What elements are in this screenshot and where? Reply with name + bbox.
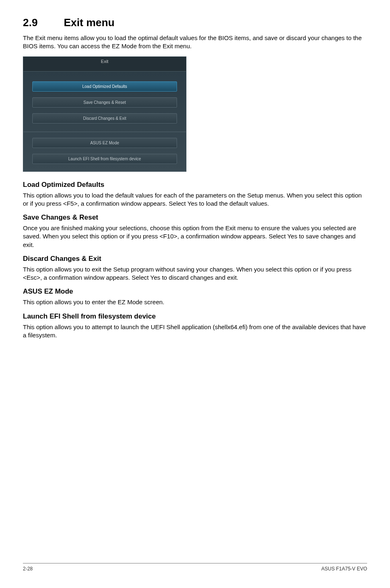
dialog-separator xyxy=(23,132,186,132)
section-title-ez-mode: ASUS EZ Mode xyxy=(23,287,367,296)
dialog-button-launch-efi[interactable]: Launch EFI Shell from filesystem device xyxy=(32,154,177,164)
section-body-ez-mode: This option allows you to enter the EZ M… xyxy=(23,298,367,306)
section-body-discard-exit: This option allows you to exit the Setup… xyxy=(23,265,367,282)
exit-dialog: Exit Load Optimized Defaults Save Change… xyxy=(23,56,186,172)
dialog-button-load-defaults[interactable]: Load Optimized Defaults xyxy=(32,81,177,92)
section-title-save-reset: Save Changes & Reset xyxy=(23,213,367,222)
page-footer: 2-28 ASUS F1A75-V EVO xyxy=(23,563,367,572)
section-body-save-reset: Once you are finished making your select… xyxy=(23,224,367,249)
footer-page-number: 2-28 xyxy=(23,566,33,572)
heading-title: Exit menu xyxy=(64,16,114,29)
page-heading: 2.9Exit menu xyxy=(23,16,367,29)
heading-number: 2.9 xyxy=(23,16,64,29)
footer-product-name: ASUS F1A75-V EVO xyxy=(321,566,367,572)
dialog-button-ez-mode[interactable]: ASUS EZ Mode xyxy=(32,138,177,148)
dialog-title: Exit xyxy=(23,57,186,72)
section-title-launch-efi: Launch EFI Shell from filesystem device xyxy=(23,312,367,321)
section-title-load-defaults: Load Optimized Defaults xyxy=(23,181,367,189)
section-body-load-defaults: This option allows you to load the defau… xyxy=(23,191,367,208)
section-title-discard-exit: Discard Changes & Exit xyxy=(23,255,367,263)
dialog-button-discard-exit[interactable]: Discard Changes & Exit xyxy=(32,113,177,123)
section-body-launch-efi: This option allows you to attempt to lau… xyxy=(23,323,367,340)
dialog-button-save-reset[interactable]: Save Changes & Reset xyxy=(32,97,177,108)
dialog-body: Load Optimized Defaults Save Changes & R… xyxy=(23,72,186,164)
intro-paragraph: The Exit menu items allow you to load th… xyxy=(23,34,367,51)
